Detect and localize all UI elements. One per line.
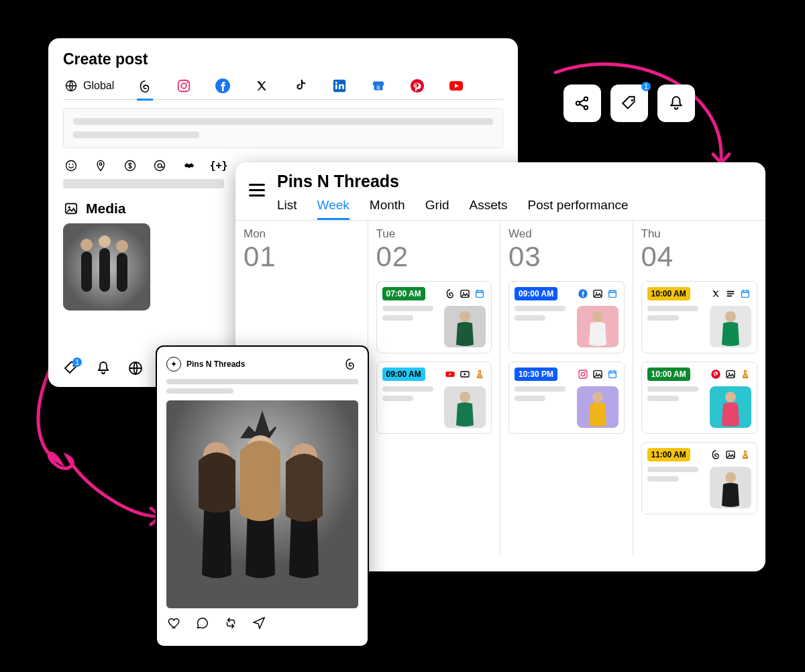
repost-icon[interactable] xyxy=(223,615,239,631)
facebook-icon xyxy=(577,288,589,300)
svg-text:G: G xyxy=(377,85,380,90)
svg-point-18 xyxy=(158,164,162,168)
media-thumbnail[interactable] xyxy=(63,223,150,311)
post-textarea[interactable] xyxy=(63,108,503,148)
tab-week[interactable]: Week xyxy=(317,198,350,220)
scheduled-post-card[interactable]: 09:00 AM xyxy=(508,281,625,353)
post-preview-card: ✦ Pins N Threads xyxy=(156,345,369,647)
tab-instagram[interactable] xyxy=(176,78,192,94)
tab-post-performance[interactable]: Post performance xyxy=(528,198,629,220)
share-button[interactable] xyxy=(564,85,601,122)
heart-icon[interactable] xyxy=(166,615,182,631)
svg-point-7 xyxy=(335,82,337,84)
day-number: 01 xyxy=(244,241,360,273)
svg-point-59 xyxy=(729,373,730,374)
tab-list[interactable]: List xyxy=(277,198,297,220)
globe-icon xyxy=(63,78,79,94)
calendar-icon xyxy=(606,288,619,300)
tab-tiktok[interactable] xyxy=(292,78,309,94)
scheduled-post-card[interactable]: 11:00 AM xyxy=(641,442,758,514)
svg-point-50 xyxy=(595,373,596,374)
calendar-column: Thu0410:00 AM10:00 AM11:00 AM xyxy=(633,221,766,555)
tab-linkedin[interactable] xyxy=(331,78,347,94)
svg-point-23 xyxy=(80,239,93,251)
floating-tools xyxy=(564,85,695,122)
svg-point-3 xyxy=(186,82,188,83)
mention-icon[interactable] xyxy=(152,158,168,174)
threads-icon xyxy=(710,449,722,461)
menu-button[interactable] xyxy=(249,184,265,197)
location-icon[interactable] xyxy=(93,158,109,174)
workspace-title: Pins N Threads xyxy=(277,172,629,191)
tab-assets[interactable]: Assets xyxy=(470,198,508,220)
tab-global[interactable]: Global xyxy=(63,78,114,94)
video-icon xyxy=(459,368,471,380)
emoji-icon[interactable] xyxy=(63,158,79,174)
svg-point-57 xyxy=(711,370,720,378)
placeholder-line xyxy=(63,179,224,188)
stamp-icon xyxy=(474,368,486,380)
tab-x[interactable] xyxy=(254,78,270,94)
calendar-icon xyxy=(606,368,619,380)
day-number: 02 xyxy=(376,241,492,273)
svg-point-2 xyxy=(181,83,186,89)
tab-month[interactable]: Month xyxy=(370,198,405,220)
svg-point-39 xyxy=(460,392,470,402)
handshake-icon[interactable] xyxy=(181,158,197,174)
text-icon xyxy=(724,288,737,300)
tab-pinterest[interactable] xyxy=(409,78,425,94)
tab-facebook[interactable] xyxy=(215,78,231,94)
scheduled-post-card[interactable]: 10:00 AM xyxy=(641,281,758,353)
bell-icon[interactable] xyxy=(95,360,111,376)
svg-rect-46 xyxy=(579,370,587,378)
preview-actions xyxy=(166,615,358,631)
svg-point-56 xyxy=(725,311,736,322)
svg-point-10 xyxy=(411,79,424,93)
post-thumbnail xyxy=(444,306,486,347)
tab-google-business[interactable]: G xyxy=(370,78,386,94)
scheduled-post-card[interactable]: 09:00 AM xyxy=(376,361,492,434)
preview-account[interactable]: ✦ Pins N Threads xyxy=(166,357,245,372)
svg-point-47 xyxy=(581,372,584,376)
image-icon xyxy=(724,449,737,461)
tag-button[interactable] xyxy=(610,85,648,122)
globe-icon[interactable] xyxy=(127,360,144,376)
svg-point-20 xyxy=(68,207,70,209)
post-thumbnail xyxy=(710,306,751,347)
tab-youtube[interactable] xyxy=(448,78,464,94)
comment-icon[interactable] xyxy=(195,615,211,631)
send-icon[interactable] xyxy=(251,615,267,631)
create-post-title: Create post xyxy=(63,50,503,68)
svg-rect-6 xyxy=(335,85,337,89)
tab-grid[interactable]: Grid xyxy=(425,198,449,220)
svg-point-29 xyxy=(73,365,75,367)
svg-point-53 xyxy=(592,392,603,402)
svg-point-42 xyxy=(595,292,596,294)
scheduled-post-card[interactable]: 10:30 PM xyxy=(508,361,625,434)
time-badge: 10:00 AM xyxy=(647,368,690,381)
time-badge: 07:00 AM xyxy=(382,287,425,300)
instagram-icon xyxy=(176,78,192,94)
scheduled-post-card[interactable]: 07:00 AM xyxy=(376,281,492,353)
post-thumbnail xyxy=(577,386,619,428)
svg-rect-33 xyxy=(476,290,484,297)
platform-tabs: Global xyxy=(63,78,503,100)
svg-point-15 xyxy=(99,163,102,166)
notifications-button[interactable] xyxy=(657,85,695,122)
google-business-icon: G xyxy=(370,78,386,94)
youtube-icon xyxy=(448,78,464,94)
currency-icon[interactable] xyxy=(122,158,138,174)
tab-global-label: Global xyxy=(83,80,114,92)
stamp-icon xyxy=(739,449,751,461)
variable-icon[interactable]: {+} xyxy=(211,158,227,174)
svg-rect-54 xyxy=(742,290,749,297)
pinterest-icon xyxy=(409,78,425,94)
scheduled-post-card[interactable]: 10:00 AM xyxy=(641,361,758,434)
composer-footer xyxy=(63,360,144,376)
avatar: ✦ xyxy=(166,357,181,372)
tag-icon[interactable] xyxy=(63,360,79,376)
svg-point-35 xyxy=(460,311,470,322)
tab-threads[interactable] xyxy=(137,78,153,101)
facebook-icon xyxy=(215,78,231,94)
svg-point-13 xyxy=(69,164,70,165)
